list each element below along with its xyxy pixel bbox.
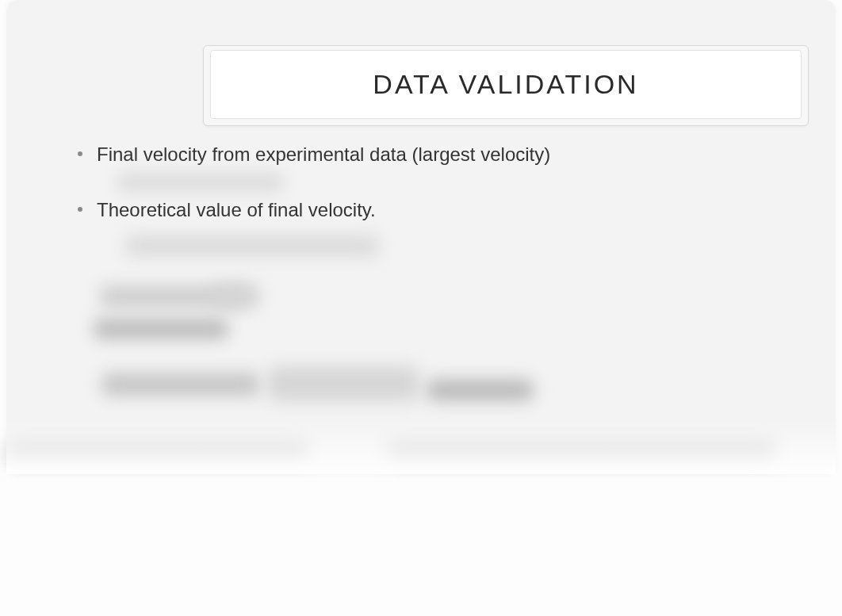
bullet-text: Theoretical value of final velocity. <box>97 197 804 224</box>
obscured-region <box>427 379 534 401</box>
list-item: Theoretical value of final velocity. <box>78 197 804 224</box>
bullet-icon <box>78 207 82 212</box>
document-page: DATA VALIDATION Final velocity from expe… <box>6 0 836 474</box>
obscured-region <box>125 235 379 257</box>
title-panel-inner: DATA VALIDATION <box>210 50 802 119</box>
obscured-region <box>117 173 284 192</box>
obscured-region <box>387 441 775 465</box>
title-panel-outer: DATA VALIDATION <box>203 45 809 126</box>
obscured-region <box>268 366 419 401</box>
bullet-text: Final velocity from experimental data (l… <box>97 141 804 168</box>
bullet-icon <box>78 151 82 156</box>
list-item: Final velocity from experimental data (l… <box>78 141 804 168</box>
obscured-region <box>212 285 260 306</box>
obscured-region <box>94 319 228 339</box>
page-title: DATA VALIDATION <box>373 69 638 100</box>
obscured-region <box>6 441 308 465</box>
obscured-region <box>101 373 260 396</box>
